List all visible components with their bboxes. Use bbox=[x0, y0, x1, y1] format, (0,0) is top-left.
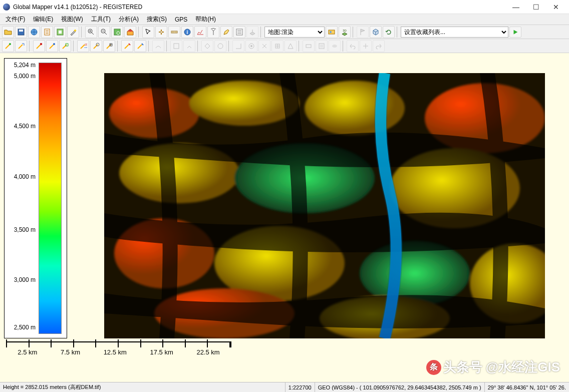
menu-analysis[interactable]: 分析(A) bbox=[115, 14, 142, 25]
menu-gps[interactable]: GPS bbox=[171, 15, 191, 24]
draw-area-icon[interactable] bbox=[46, 40, 58, 52]
draw-poly-icon[interactable] bbox=[59, 40, 71, 52]
tool-m-icon bbox=[329, 40, 341, 52]
tool-n-icon bbox=[360, 40, 372, 52]
play-button[interactable] bbox=[509, 27, 521, 38]
draw-pen-icon[interactable] bbox=[33, 40, 45, 52]
code-icon[interactable]: 20code bbox=[77, 40, 89, 52]
svg-rect-31 bbox=[320, 45, 323, 48]
tool-a-icon bbox=[152, 40, 164, 52]
svg-rect-24 bbox=[174, 44, 179, 49]
favorites-select[interactable]: 设置收藏列表... bbox=[401, 27, 508, 38]
digitize-point-icon[interactable] bbox=[2, 40, 14, 52]
svg-point-36 bbox=[305, 81, 405, 136]
svg-rect-1 bbox=[19, 30, 23, 32]
svg-point-16 bbox=[330, 31, 332, 33]
zoom-full-icon[interactable] bbox=[111, 26, 123, 38]
layers-icon[interactable] bbox=[41, 26, 53, 38]
menu-file[interactable]: 文件(F) bbox=[2, 14, 29, 25]
legend-tick: 2,500 m bbox=[14, 324, 36, 331]
pen-blue-icon[interactable] bbox=[134, 40, 146, 52]
menu-search[interactable]: 搜索(S) bbox=[143, 14, 170, 25]
map-view-select[interactable]: 地图:渲染 bbox=[264, 27, 325, 38]
map-workspace[interactable]: 5,204 m5,000 m4,500 m4,000 m3,500 m3,000… bbox=[0, 53, 569, 382]
svg-point-32 bbox=[332, 45, 337, 48]
menu-tools[interactable]: 工具(T) bbox=[88, 14, 114, 25]
antenna-icon[interactable] bbox=[207, 26, 219, 38]
minimize-button[interactable]: — bbox=[506, 0, 526, 14]
menu-edit[interactable]: 编辑(E) bbox=[30, 14, 57, 25]
legend-tick: 5,000 m bbox=[14, 73, 36, 80]
open-icon[interactable] bbox=[2, 26, 14, 38]
pen-red-icon[interactable] bbox=[121, 40, 133, 52]
3d-icon bbox=[246, 26, 258, 38]
tool-b-icon bbox=[170, 40, 182, 52]
tool-h-icon bbox=[258, 40, 270, 52]
undo-icon bbox=[347, 40, 359, 52]
menu-bar: 文件(F) 编辑(E) 视图(W) 工具(T) 分析(A) 搜索(S) GPS … bbox=[0, 14, 569, 25]
home-icon[interactable] bbox=[124, 26, 136, 38]
watermark: 条 头条号 @水经注GIS bbox=[426, 358, 560, 376]
3d-view-icon[interactable]: 3D bbox=[339, 26, 351, 38]
flag-icon bbox=[357, 26, 369, 38]
scale-bar: 2.5 km7.5 km12.5 km17.5 km22.5 km bbox=[6, 341, 231, 366]
render-icon[interactable] bbox=[326, 26, 338, 38]
map-canvas[interactable] bbox=[104, 73, 545, 338]
measure-icon[interactable] bbox=[168, 26, 180, 38]
svg-point-27 bbox=[250, 45, 252, 47]
save-icon[interactable] bbox=[15, 26, 27, 38]
zoom-in-icon[interactable] bbox=[85, 26, 97, 38]
status-coordinates: 29° 38' 46.8436" N, 101° 05' 26. bbox=[485, 382, 569, 392]
legend-tick: 3,000 m bbox=[14, 276, 36, 283]
legend-colorbar bbox=[39, 63, 62, 334]
legend-labels: 5,204 m5,000 m4,500 m4,000 m3,500 m3,000… bbox=[5, 59, 39, 338]
box-icon[interactable] bbox=[370, 26, 382, 38]
status-bar: Height = 2852.015 meters (高程DEM.tif) 1:2… bbox=[0, 382, 569, 392]
tool-d-icon bbox=[201, 40, 213, 52]
legend-tick: 4,500 m bbox=[14, 123, 36, 130]
svg-text:3D: 3D bbox=[343, 29, 347, 32]
tool-k-icon bbox=[303, 40, 315, 52]
title-bar: Global Mapper v14.1 (b120512) - REGISTER… bbox=[0, 0, 569, 14]
info-icon[interactable]: i bbox=[181, 26, 193, 38]
svg-point-18 bbox=[9, 43, 11, 45]
watermark-text: 头条号 @水经注GIS bbox=[443, 358, 560, 376]
status-scale: 1:222700 bbox=[286, 382, 315, 392]
svg-rect-5 bbox=[59, 31, 62, 34]
pan-icon[interactable] bbox=[155, 26, 167, 38]
svg-text:i: i bbox=[187, 30, 188, 35]
edit-icon[interactable] bbox=[220, 26, 232, 38]
elevation-legend: 5,204 m5,000 m4,500 m4,000 m3,500 m3,000… bbox=[4, 58, 67, 338]
svg-point-10 bbox=[160, 31, 162, 33]
props-icon[interactable] bbox=[233, 26, 245, 38]
wand-icon[interactable] bbox=[67, 26, 79, 38]
window-title: Global Mapper v14.1 (b120512) - REGISTER… bbox=[13, 4, 506, 11]
digitize-line-icon[interactable] bbox=[15, 40, 27, 52]
draw-circle-icon[interactable] bbox=[90, 40, 102, 52]
scale-label: 7.5 km bbox=[61, 348, 80, 356]
maximize-button[interactable]: ☐ bbox=[526, 0, 546, 14]
tool-c-icon bbox=[183, 40, 195, 52]
select-icon[interactable] bbox=[142, 26, 154, 38]
close-button[interactable]: ✕ bbox=[546, 0, 566, 14]
tool-i-icon bbox=[271, 40, 283, 52]
globe-icon[interactable] bbox=[28, 26, 40, 38]
zoom-out-icon[interactable] bbox=[98, 26, 110, 38]
svg-point-25 bbox=[218, 44, 223, 49]
svg-rect-19 bbox=[40, 43, 42, 45]
menu-view[interactable]: 视图(W) bbox=[58, 14, 86, 25]
config-icon[interactable] bbox=[54, 26, 66, 38]
redo-icon bbox=[373, 40, 385, 52]
refresh-icon[interactable] bbox=[383, 26, 395, 38]
svg-rect-29 bbox=[306, 45, 311, 48]
legend-tick: 5,204 m bbox=[14, 62, 36, 69]
tool-l-icon bbox=[316, 40, 328, 52]
scale-label: 2.5 km bbox=[18, 348, 37, 356]
menu-help[interactable]: 帮助(H) bbox=[192, 14, 219, 25]
draw-grid-icon[interactable] bbox=[103, 40, 115, 52]
scale-label: 17.5 km bbox=[150, 348, 173, 356]
status-projection: GEO (WGS84) - ( 101.0905976762, 29.64634… bbox=[315, 382, 485, 392]
svg-point-20 bbox=[53, 43, 55, 45]
graph-icon[interactable] bbox=[194, 26, 206, 38]
tool-g-icon bbox=[245, 40, 257, 52]
